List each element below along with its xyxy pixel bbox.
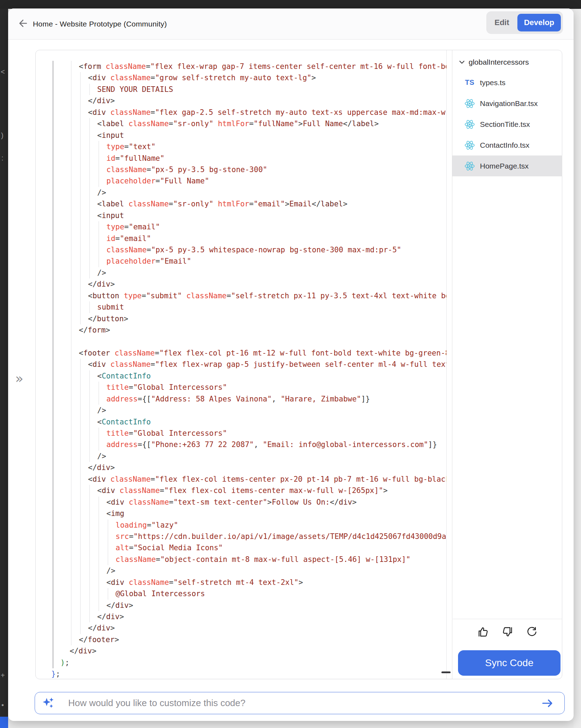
indent-guide	[89, 542, 90, 553]
indent-guide	[89, 439, 90, 450]
indent-guide	[89, 382, 90, 393]
indent-guide	[108, 542, 108, 553]
indent-guide	[71, 336, 71, 347]
regenerate-icon[interactable]	[526, 626, 538, 638]
indent-guide	[99, 256, 99, 267]
indent-guide	[80, 233, 81, 244]
indent-guide	[71, 611, 71, 622]
indent-guide	[89, 451, 90, 462]
develop-mode-button[interactable]: Develop	[517, 14, 561, 31]
code-line: </div>	[36, 645, 446, 657]
thumbs-down-icon[interactable]	[501, 626, 514, 638]
indent-guide	[53, 439, 53, 450]
indent-guide	[80, 622, 81, 634]
indent-guide	[71, 554, 71, 565]
code-line: </div>	[36, 600, 446, 611]
indent-guide	[71, 221, 71, 233]
indent-guide	[99, 382, 99, 393]
code-line: placeholder="Email"	[36, 256, 446, 267]
indent-guide	[71, 72, 71, 83]
indent-guide	[80, 485, 81, 496]
indent-guide	[71, 278, 71, 290]
file-item-sectiontitle-tsx[interactable]: SectionTitle.tsx	[452, 114, 562, 135]
react-file-icon	[464, 139, 476, 151]
send-arrow-icon[interactable]	[540, 696, 554, 710]
indent-guide	[80, 554, 81, 565]
indent-guide	[71, 405, 71, 416]
indent-guide	[53, 611, 53, 622]
indent-guide	[53, 588, 53, 599]
indent-guide	[53, 313, 53, 324]
indent-guide	[80, 474, 81, 485]
code-line: <div className="flex flex-wrap gap-5 jus…	[36, 359, 446, 370]
code-line: src="https://cdn.builder.io/api/v1/image…	[36, 531, 446, 542]
indent-guide	[99, 141, 99, 152]
indent-guide	[80, 497, 81, 508]
indent-guide	[89, 187, 90, 198]
indent-guide	[53, 347, 53, 359]
expand-panel-chevron-icon[interactable]: »	[15, 372, 23, 385]
canvas-fragment: <	[1, 68, 5, 76]
indent-guide	[53, 107, 53, 118]
file-item-homepage-tsx[interactable]: HomePage.tsx	[452, 155, 562, 176]
indent-guide	[89, 153, 90, 164]
indent-guide	[80, 451, 81, 462]
indent-guide	[53, 359, 53, 370]
indent-guide	[89, 485, 90, 496]
indent-guide	[80, 542, 81, 553]
indent-guide	[80, 153, 81, 164]
indent-guide	[71, 244, 71, 256]
indent-guide	[89, 164, 90, 175]
folder-row-globalintercessors[interactable]: globalIntercessors	[452, 54, 562, 70]
feedback-divider	[453, 619, 562, 619]
file-item-types-ts[interactable]: TStypes.ts	[452, 72, 562, 93]
indent-guide	[80, 278, 81, 290]
indent-guide	[89, 198, 90, 210]
indent-guide	[89, 267, 90, 278]
indent-guide	[99, 428, 99, 439]
indent-guide	[99, 600, 99, 611]
indent-guide	[71, 451, 71, 462]
code-line: </div>	[36, 462, 446, 473]
indent-guide	[71, 370, 71, 382]
indent-guide	[71, 439, 71, 450]
edit-mode-button[interactable]: Edit	[486, 18, 517, 27]
file-item-contactinfo-tsx[interactable]: ContactInfo.tsx	[452, 135, 562, 155]
indent-guide	[80, 519, 81, 531]
indent-guide	[71, 359, 71, 370]
indent-guide	[89, 233, 90, 244]
indent-guide	[53, 634, 53, 645]
indent-guide	[71, 256, 71, 267]
indent-guide	[80, 210, 81, 221]
indent-guide	[89, 554, 90, 565]
indent-guide	[80, 428, 81, 439]
indent-guide	[71, 347, 71, 359]
indent-guide	[80, 313, 81, 324]
indent-guide	[71, 324, 71, 336]
indent-guide	[53, 554, 53, 565]
thumbs-up-icon[interactable]	[477, 626, 489, 638]
file-item-navigationbar-tsx[interactable]: NavigationBar.tsx	[452, 93, 562, 114]
code-editor[interactable]: <form className="flex flex-wrap gap-7 it…	[36, 50, 454, 679]
indent-guide	[80, 565, 81, 576]
indent-guide	[71, 118, 71, 129]
indent-guide	[53, 336, 53, 347]
typescript-file-icon: TS	[464, 77, 476, 89]
indent-guide	[53, 393, 53, 405]
code-line: />	[36, 187, 446, 198]
sync-code-button[interactable]: Sync Code	[458, 650, 561, 676]
code-line: <label className="sr-only" htmlFor="full…	[36, 118, 446, 129]
indent-guide	[89, 370, 90, 382]
indent-guide	[53, 657, 53, 668]
indent-guide	[80, 370, 81, 382]
indent-guide	[80, 416, 81, 428]
indent-guide	[53, 256, 53, 267]
back-button[interactable]	[16, 18, 29, 30]
indent-guide	[71, 175, 71, 187]
prompt-input[interactable]	[68, 698, 540, 709]
indent-guide	[89, 141, 90, 152]
code-line: title="Global Intercessors"	[36, 428, 446, 439]
code-line: placeholder="Full Name"	[36, 175, 446, 187]
code-line: </button>	[36, 313, 446, 324]
horizontal-scrollbar[interactable]	[441, 671, 451, 673]
